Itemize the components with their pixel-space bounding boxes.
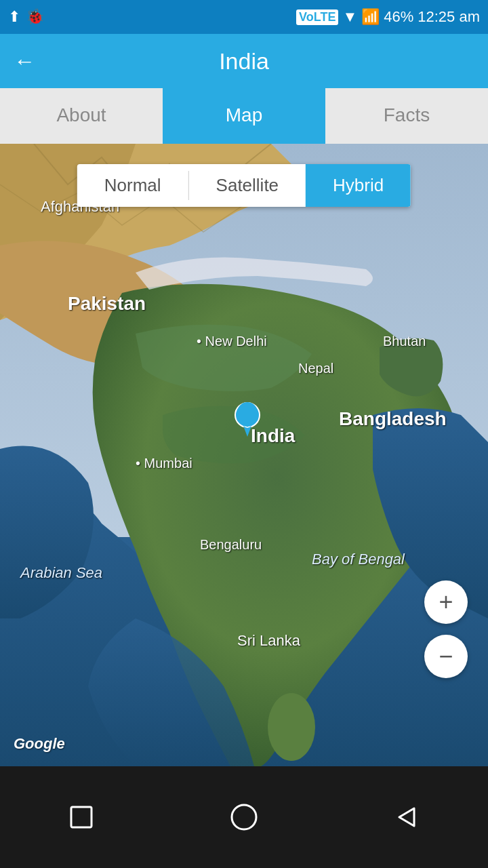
app-bar: ← India <box>0 34 488 88</box>
usb-icon: ⬆ <box>8 8 20 26</box>
zoom-in-button[interactable]: + <box>424 580 468 624</box>
recent-apps-button[interactable] <box>67 803 96 831</box>
svg-marker-7 <box>399 808 414 826</box>
page-title: India <box>219 48 269 75</box>
bug-icon: 🐞 <box>26 8 44 26</box>
normal-view-button[interactable]: Normal <box>77 164 188 207</box>
map-type-toggle: Normal Satellite Hybrid <box>77 164 411 207</box>
back-button[interactable]: ← <box>14 49 35 74</box>
wifi-icon: ▼ <box>342 8 357 26</box>
hybrid-view-button[interactable]: Hybrid <box>306 164 411 207</box>
tab-about[interactable]: About <box>0 88 163 144</box>
tab-facts[interactable]: Facts <box>325 88 488 144</box>
status-left-icons: ⬆ 🐞 <box>8 8 44 26</box>
svg-point-6 <box>232 805 256 829</box>
battery-label: 46% <box>384 8 413 26</box>
home-button[interactable] <box>230 803 258 831</box>
google-watermark: Google <box>14 735 65 753</box>
tab-bar: About Map Facts <box>0 88 488 144</box>
status-bar: ⬆ 🐞 VoLTE ▼ 📶 46% 12:25 am <box>0 0 488 34</box>
svg-point-2 <box>268 693 315 761</box>
tab-map[interactable]: Map <box>163 88 325 144</box>
status-right-info: VoLTE ▼ 📶 46% 12:25 am <box>296 8 480 26</box>
map-container[interactable]: Normal Satellite Hybrid Afghanistan Paki… <box>0 144 488 766</box>
bottom-nav <box>0 766 488 868</box>
map-background <box>0 144 488 766</box>
svg-rect-5 <box>71 807 92 827</box>
volte-label: VoLTE <box>296 9 338 25</box>
location-pin <box>234 401 261 439</box>
back-nav-button[interactable] <box>392 803 421 831</box>
time-label: 12:25 am <box>418 8 480 26</box>
satellite-view-button[interactable]: Satellite <box>189 164 306 207</box>
signal-icon: 📶 <box>361 8 380 26</box>
zoom-out-button[interactable]: − <box>424 635 468 678</box>
